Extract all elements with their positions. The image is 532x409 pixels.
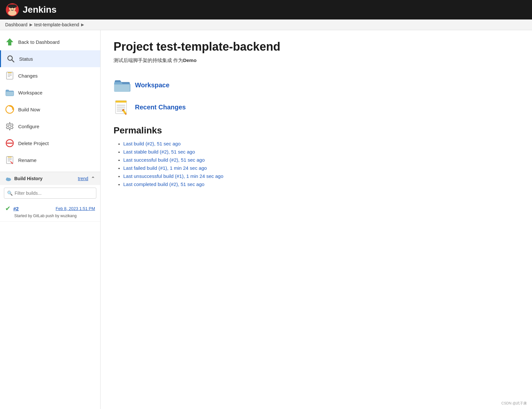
svg-marker-7 (6, 38, 13, 45)
sidebar-item-back-dashboard[interactable]: Back to Dashboard (0, 33, 100, 50)
arrow-up-icon (5, 37, 14, 46)
sidebar-item-delete-project[interactable]: Delete Project (0, 135, 100, 152)
sidebar-item-workspace[interactable]: Workspace (0, 84, 100, 101)
build-icon (5, 105, 14, 114)
svg-point-27 (11, 162, 13, 164)
filter-wrap: 🔍 (4, 188, 96, 199)
build-success-icon: ✔ (5, 204, 11, 212)
sidebar-item-label-configure: Configure (18, 124, 39, 129)
sidebar-item-label-back: Back to Dashboard (18, 39, 60, 45)
build-item-description: Started by GitLab push by wuzikang (5, 214, 95, 218)
svg-rect-33 (115, 101, 127, 103)
chevron-up-icon[interactable]: ⌃ (91, 176, 95, 182)
build-history-controls: trend ⌃ (78, 176, 95, 182)
breadcrumb-home[interactable]: Dashboard (5, 22, 28, 27)
workspace-link[interactable]: Workspace (135, 81, 169, 89)
build-history-header: Build History trend ⌃ (0, 172, 100, 185)
permalink-link-3[interactable]: Last failed build (#1), 1 min 24 sec ago (123, 165, 207, 171)
project-desc-bold: Demo (183, 57, 197, 63)
permalink-link-1[interactable]: Last stable build (#2), 51 sec ago (123, 149, 195, 155)
no-icon (5, 139, 14, 148)
list-item: Last completed build (#2), 51 sec ago (123, 181, 519, 187)
permalink-link-5[interactable]: Last completed build (#2), 51 sec ago (123, 181, 204, 187)
sidebar-item-rename[interactable]: Rename (0, 152, 100, 168)
filter-search-icon: 🔍 (7, 191, 13, 196)
sidebar-item-status[interactable]: Status (0, 50, 100, 67)
filter-builds-container: 🔍 (0, 185, 100, 201)
breadcrumb: Dashboard ▶ test-template-backend ▶ (0, 19, 532, 30)
header: Jenkins (0, 0, 532, 19)
sidebar-item-label-workspace: Workspace (18, 90, 42, 95)
workspace-folder-icon (114, 77, 130, 93)
permalink-link-2[interactable]: Last successful build (#2), 51 sec ago (123, 157, 205, 163)
list-item: Last stable build (#2), 51 sec ago (123, 149, 519, 155)
build-date-link[interactable]: Feb 8, 2023 1:51 PM (56, 206, 95, 211)
sidebar-item-build-now[interactable]: Build Now (0, 101, 100, 118)
svg-point-2 (8, 10, 17, 16)
build-item[interactable]: ✔ #2 Feb 8, 2023 1:51 PM Started by GitL… (0, 201, 100, 222)
project-title: Project test-template-backend (114, 40, 519, 54)
recent-changes-notes-icon (114, 99, 130, 116)
sidebar-item-changes[interactable]: Changes (0, 67, 100, 84)
permalinks-list: Last build (#2), 51 sec ago Last stable … (114, 141, 519, 187)
jenkins-logo: Jenkins (5, 3, 56, 17)
trend-link[interactable]: trend (78, 176, 88, 181)
content-links: Workspace (114, 77, 519, 116)
recent-changes-link[interactable]: Recent Changes (135, 104, 186, 111)
workspace-link-item: Workspace (114, 77, 519, 93)
list-item: Last build (#2), 51 sec ago (123, 141, 519, 146)
jenkins-logo-icon (5, 3, 19, 17)
filter-builds-input[interactable] (4, 188, 96, 199)
build-number-link[interactable]: #2 (13, 206, 19, 211)
breadcrumb-sep1: ▶ (30, 22, 32, 27)
list-item: Last failed build (#1), 1 min 24 sec ago (123, 165, 519, 171)
sidebar-item-label-rename: Rename (18, 157, 37, 163)
recent-changes-link-item: Recent Changes (114, 99, 519, 116)
list-item: Last unsuccessful build (#1), 1 min 24 s… (123, 173, 519, 179)
svg-rect-15 (6, 92, 14, 96)
sidebar-item-label-status: Status (19, 56, 33, 62)
jenkins-title: Jenkins (23, 5, 56, 15)
breadcrumb-sep2: ▶ (81, 22, 84, 27)
main-layout: Back to Dashboard Status (0, 30, 532, 409)
svg-rect-6 (8, 5, 17, 7)
project-description: 测试后端脚手架的持续集成 作为Demo (114, 57, 519, 64)
sidebar-item-label-build-now: Build Now (18, 107, 40, 112)
sidebar-item-configure[interactable]: Configure (0, 118, 100, 135)
svg-line-9 (12, 60, 14, 62)
content-area: Project test-template-backend 测试后端脚手架的持续… (101, 30, 532, 409)
build-item-top: ✔ #2 Feb 8, 2023 1:51 PM (5, 204, 95, 212)
build-history-title: Build History (14, 176, 42, 181)
permalink-link-4[interactable]: Last unsuccessful build (#1), 1 min 24 s… (123, 173, 224, 179)
sidebar-item-label-delete: Delete Project (18, 141, 49, 146)
svg-rect-10 (6, 72, 13, 79)
rename-icon (5, 155, 14, 165)
cloud-icon (5, 175, 12, 182)
permalinks-title: Permalinks (114, 125, 519, 136)
gear-icon (5, 122, 14, 131)
search-icon (6, 54, 15, 63)
folder-icon (5, 88, 14, 97)
list-item: Last successful build (#2), 51 sec ago (123, 157, 519, 163)
project-desc-prefix: 测试后端脚手架的持续集成 作为 (114, 57, 183, 63)
svg-point-30 (8, 178, 11, 180)
build-history-label-wrap: Build History (5, 175, 42, 182)
svg-point-18 (8, 125, 11, 128)
breadcrumb-project[interactable]: test-template-backend (34, 22, 79, 27)
footer-watermark: CSDN @武子康 (502, 401, 527, 406)
svg-rect-31 (114, 84, 130, 92)
sidebar: Back to Dashboard Status (0, 30, 101, 409)
sidebar-item-label-changes: Changes (18, 73, 38, 79)
notes-icon (5, 71, 14, 80)
permalink-link-0[interactable]: Last build (#2), 51 sec ago (123, 141, 181, 146)
